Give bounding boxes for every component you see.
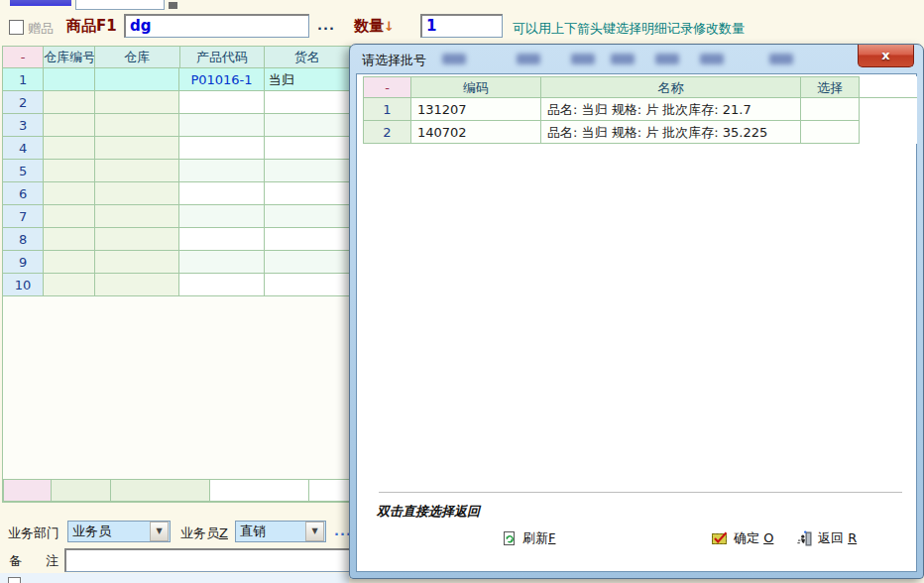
table-cell (265, 91, 350, 114)
dropdown-arrow-icon[interactable]: ▼ (150, 522, 169, 541)
main-product-table: -仓库编号仓库产品代码货名 1P01016-1当归2345678910 (2, 46, 351, 503)
table-cell (44, 251, 94, 274)
table-row[interactable]: 4 (3, 137, 350, 160)
footer-cell (309, 479, 351, 502)
table-row[interactable]: 8 (3, 228, 350, 251)
dropdown-arrow-icon[interactable]: ▼ (305, 522, 324, 541)
ghost-text (611, 54, 635, 64)
table-cell (95, 182, 180, 205)
table-cell: 6 (3, 182, 44, 205)
table-cell (95, 68, 180, 91)
dialog-title: 请选择批号 (362, 52, 426, 69)
table-cell: 2 (3, 91, 44, 114)
table-cell (95, 114, 180, 137)
quantity-input[interactable]: 1 (420, 14, 503, 38)
gift-checkbox[interactable] (9, 20, 24, 35)
table-row[interactable]: 3 (3, 114, 350, 137)
column-header: 仓库 (95, 47, 180, 68)
separator-line (379, 492, 902, 493)
column-header: 货名 (265, 47, 350, 68)
table-cell (801, 98, 860, 121)
top-cropped-label-fragment (10, 0, 71, 6)
back-button[interactable]: 返回 R (797, 527, 857, 549)
header-filler (860, 76, 917, 98)
table-cell (44, 91, 94, 114)
table-row[interactable]: 10 (3, 274, 350, 296)
top-cropped-input[interactable] (75, 0, 165, 10)
table-row[interactable]: 6 (3, 182, 350, 205)
table-cell (179, 251, 265, 274)
ghost-text (571, 54, 595, 64)
table-cell: 1 (3, 68, 44, 91)
top-cropped-row (0, 0, 924, 12)
table-row[interactable]: 5 (3, 160, 350, 182)
table-cell: 9 (3, 251, 44, 274)
table-cell: P01016-1 (179, 68, 265, 91)
salesman-select-value: 直销 (236, 523, 304, 540)
table-cell (265, 205, 350, 228)
table-cell (44, 274, 94, 296)
table-cell (265, 228, 350, 251)
table-cell: 品名: 当归 规格: 片 批次库存: 21.7 (541, 98, 801, 121)
batch-table-rows: 1131207品名: 当归 规格: 片 批次库存: 21.72140702品名:… (363, 98, 918, 144)
table-cell (95, 137, 180, 160)
batch-table: -编码名称选择 1131207品名: 当归 规格: 片 批次库存: 21.721… (363, 76, 918, 144)
table-cell (44, 182, 94, 205)
product-input[interactable]: dg (124, 14, 309, 38)
table-cell: 品名: 当归 规格: 片 批次库存: 35.225 (541, 121, 801, 144)
table-cell (265, 137, 350, 160)
batch-select-dialog: 请选择批号 x -编码名称选择 1131207品名: 当归 规格: 片 批次库存… (349, 44, 924, 579)
column-header: 编码 (411, 76, 541, 98)
footer-cell (210, 479, 309, 502)
table-row[interactable]: 1P01016-1当归 (3, 68, 350, 91)
top-cropped-fragment (169, 2, 177, 9)
ok-check-icon (712, 531, 729, 545)
footer-cell (3, 479, 52, 502)
table-cell (95, 228, 180, 251)
dept-select-value: 业务员 (68, 523, 149, 540)
table-row[interactable]: 7 (3, 205, 350, 228)
bottom-cropped-checkbox[interactable] (8, 577, 21, 583)
table-cell (44, 228, 94, 251)
table-cell (44, 205, 94, 228)
main-table-footer-row (3, 479, 351, 502)
refresh-button[interactable]: 刷新F (502, 527, 555, 549)
main-table-rows: 1P01016-1当归2345678910 (3, 68, 350, 296)
product-browse-button[interactable]: ... (317, 18, 335, 33)
column-header: - (363, 76, 411, 98)
table-row[interactable]: 2 (3, 91, 350, 114)
dialog-close-button[interactable]: x (858, 45, 914, 67)
bottom-cropped-strip (0, 573, 349, 583)
table-cell: 7 (3, 205, 44, 228)
table-cell (179, 91, 265, 114)
table-cell: 10 (3, 274, 44, 296)
dept-select[interactable]: 业务员 ▼ (67, 521, 171, 542)
table-row[interactable]: 1131207品名: 当归 规格: 片 批次库存: 21.7 (363, 98, 918, 121)
down-arrow-icon: ↓ (384, 19, 395, 34)
table-cell (265, 274, 350, 296)
footer-cell (52, 479, 111, 502)
row-filler (860, 121, 917, 144)
table-row[interactable]: 9 (3, 251, 350, 274)
salesman-select[interactable]: 直销 ▼ (235, 521, 326, 542)
table-cell: 131207 (411, 98, 541, 121)
remark-input[interactable] (64, 548, 354, 572)
table-cell (95, 91, 180, 114)
table-cell: 3 (3, 114, 44, 137)
table-cell (179, 182, 265, 205)
ok-button[interactable]: 确定 O (712, 527, 773, 549)
row-filler (860, 98, 917, 121)
quantity-label: 数量↓ (354, 17, 395, 36)
table-cell (95, 160, 180, 182)
table-cell: 8 (3, 228, 44, 251)
table-cell: 1 (363, 98, 411, 121)
table-cell (265, 251, 350, 274)
gift-checkbox-label: 赠品 (28, 20, 54, 38)
table-cell (95, 205, 180, 228)
ghost-text (655, 54, 679, 64)
table-cell (44, 137, 94, 160)
table-cell (265, 182, 350, 205)
table-cell: 5 (3, 160, 44, 182)
table-row[interactable]: 2140702品名: 当归 规格: 片 批次库存: 35.225 (363, 121, 918, 144)
table-cell (265, 114, 350, 137)
